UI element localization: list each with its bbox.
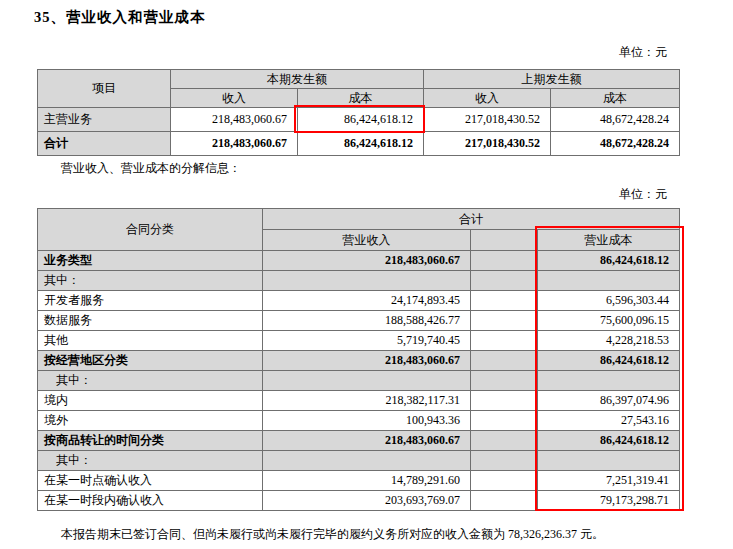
cell-cost: 27,543.16 <box>538 411 680 431</box>
row-label: 境外 <box>38 411 263 431</box>
cell-revenue: 188,588,426.77 <box>263 311 471 331</box>
table-row: 开发者服务 24,174,893.45 6,596,303.44 <box>38 291 680 311</box>
cell-cost: 75,600,096.15 <box>538 311 680 331</box>
summary-header-row-1: 项目 本期发生额 上期发生额 <box>38 70 680 89</box>
breakdown-header-row-1: 合同分类 合计 <box>38 209 680 230</box>
col-header-item: 项目 <box>38 70 171 108</box>
table-row: 数据服务 188,588,426.77 75,600,096.15 <box>38 311 680 331</box>
empty-cell <box>471 311 538 331</box>
row-label: 其中： <box>38 271 263 291</box>
cell-cost: 79,173,298.71 <box>538 491 680 511</box>
row-label: 按商品转让的时间分类 <box>38 431 263 451</box>
empty-cell <box>471 371 538 391</box>
cell-prior-revenue: 217,018,430.52 <box>424 132 551 156</box>
empty-cell <box>471 291 538 311</box>
table-row-subhead: 其中： <box>38 271 680 291</box>
empty-cell <box>471 251 538 271</box>
footer-note: 本报告期末已签订合同、但尚未履行或尚未履行完毕的履约义务所对应的收入金额为 78… <box>61 526 604 543</box>
cell-revenue: 14,789,291.60 <box>263 471 471 491</box>
cell-cost: 86,424,618.12 <box>538 431 680 451</box>
empty-cell <box>471 471 538 491</box>
cell-revenue <box>263 371 471 391</box>
section-title: 35、营业收入和营业成本 <box>34 8 206 27</box>
cell-cost: 86,397,074.96 <box>538 391 680 411</box>
col-header-prior-period: 上期发生额 <box>424 70 680 89</box>
cell-revenue: 218,483,060.67 <box>263 431 471 451</box>
table-row-subhead: 其中： <box>38 371 680 391</box>
unit-label: 单位：元 <box>37 44 667 61</box>
unit-label: 单位：元 <box>37 186 667 203</box>
cell-cost: 6,596,303.44 <box>538 291 680 311</box>
cell-revenue <box>263 271 471 291</box>
col-header-revenue: 收入 <box>424 89 551 108</box>
table-row: 境外 100,943.36 27,543.16 <box>38 411 680 431</box>
col-header-operating-cost: 营业成本 <box>538 230 680 251</box>
cell-current-revenue: 218,483,060.67 <box>171 108 298 132</box>
cell-cost <box>538 451 680 471</box>
cell-revenue <box>263 451 471 471</box>
cell-cost: 86,424,618.12 <box>538 351 680 371</box>
row-label: 按经营地区分类 <box>38 351 263 371</box>
table-row-section: 按商品转让的时间分类 218,483,060.67 86,424,618.12 <box>38 431 680 451</box>
row-label: 其他 <box>38 331 263 351</box>
table-row-section: 按经营地区分类 218,483,060.67 86,424,618.12 <box>38 351 680 371</box>
cell-revenue: 218,483,060.67 <box>263 351 471 371</box>
row-label: 数据服务 <box>38 311 263 331</box>
table-row-section: 业务类型 218,483,060.67 86,424,618.12 <box>38 251 680 271</box>
empty-cell <box>471 391 538 411</box>
cell-prior-revenue: 217,018,430.52 <box>424 108 551 132</box>
cell-cost <box>538 271 680 291</box>
col-header-current-period: 本期发生额 <box>171 70 424 89</box>
col-header-operating-revenue: 营业收入 <box>263 230 471 251</box>
empty-cell <box>471 451 538 471</box>
cell-cost: 7,251,319.41 <box>538 471 680 491</box>
table-row: 在某一时段内确认收入 203,693,769.07 79,173,298.71 <box>38 491 680 511</box>
cell-current-cost: 86,424,618.12 <box>298 132 424 156</box>
cell-current-cost: 86,424,618.12 <box>298 108 424 132</box>
cell-revenue: 218,382,117.31 <box>263 391 471 411</box>
col-header-empty <box>471 230 538 251</box>
row-label: 其中： <box>38 371 263 391</box>
col-header-cost: 成本 <box>298 89 424 108</box>
cell-cost <box>538 371 680 391</box>
breakdown-note: 营业收入、营业成本的分解信息： <box>61 160 241 177</box>
cell-prior-cost: 48,672,428.24 <box>551 132 680 156</box>
row-label: 业务类型 <box>38 251 263 271</box>
cell-revenue: 5,719,740.45 <box>263 331 471 351</box>
table-row-total: 合计 218,483,060.67 86,424,618.12 217,018,… <box>38 132 680 156</box>
row-label: 境内 <box>38 391 263 411</box>
table-row: 主营业务 218,483,060.67 86,424,618.12 217,01… <box>38 108 680 132</box>
table-row: 在某一时点确认收入 14,789,291.60 7,251,319.41 <box>38 471 680 491</box>
cell-revenue: 100,943.36 <box>263 411 471 431</box>
cell-prior-cost: 48,672,428.24 <box>551 108 680 132</box>
col-header-revenue: 收入 <box>171 89 298 108</box>
empty-cell <box>471 491 538 511</box>
table-row: 其他 5,719,740.45 4,228,218.53 <box>38 331 680 351</box>
row-label: 开发者服务 <box>38 291 263 311</box>
col-header-cost: 成本 <box>551 89 680 108</box>
cell-cost: 86,424,618.12 <box>538 251 680 271</box>
breakdown-table: 合同分类 合计 营业收入 营业成本 业务类型 218,483,060.67 86… <box>37 208 680 511</box>
cell-cost: 4,228,218.53 <box>538 331 680 351</box>
row-label: 合计 <box>38 132 171 156</box>
col-header-total: 合计 <box>263 209 680 230</box>
empty-cell <box>471 431 538 451</box>
row-label: 其中： <box>38 451 263 471</box>
empty-cell <box>471 411 538 431</box>
row-label: 在某一时点确认收入 <box>38 471 263 491</box>
row-label: 主营业务 <box>38 108 171 132</box>
empty-cell <box>471 331 538 351</box>
cell-revenue: 218,483,060.67 <box>263 251 471 271</box>
empty-cell <box>471 271 538 291</box>
table-row: 境内 218,382,117.31 86,397,074.96 <box>38 391 680 411</box>
col-header-classification: 合同分类 <box>38 209 263 251</box>
cell-current-revenue: 218,483,060.67 <box>171 132 298 156</box>
cell-revenue: 203,693,769.07 <box>263 491 471 511</box>
row-label: 在某一时段内确认收入 <box>38 491 263 511</box>
empty-cell <box>471 351 538 371</box>
cell-revenue: 24,174,893.45 <box>263 291 471 311</box>
table-row-subhead: 其中： <box>38 451 680 471</box>
summary-table: 项目 本期发生额 上期发生额 收入 成本 收入 成本 主营业务 218,483,… <box>37 69 680 156</box>
